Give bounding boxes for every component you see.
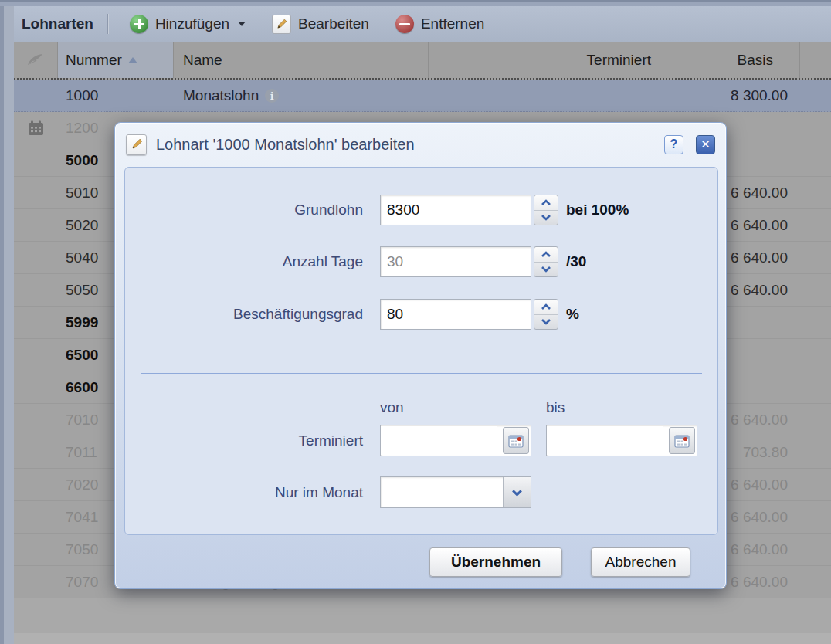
beschaeftigungsgrad-input[interactable] <box>380 299 531 330</box>
pencil-icon <box>272 15 291 34</box>
column-header-icon[interactable] <box>14 42 58 78</box>
window-top-edge <box>0 0 831 6</box>
terminiert-von-input[interactable] <box>381 426 497 455</box>
stepper-up-icon[interactable] <box>534 195 558 211</box>
column-header-name-label: Name <box>183 52 222 69</box>
stepper-up-icon[interactable] <box>534 300 558 315</box>
beschaeftigungsgrad-suffix: % <box>566 306 579 323</box>
dialog-title: Lohnart '1000 Monatslohn' bearbeiten <box>156 136 655 154</box>
toolbar-divider <box>107 14 108 34</box>
sort-asc-icon <box>128 57 137 63</box>
row-name-text: Monatslohn <box>183 87 259 104</box>
beschaeftigungsgrad-stepper[interactable] <box>534 299 558 330</box>
window-left-edge <box>0 6 14 644</box>
row-basis: 8 300.00 <box>673 87 800 104</box>
date-picker-icon[interactable] <box>503 427 529 454</box>
chevron-down-icon[interactable] <box>503 477 531 507</box>
terminiert-bis-input[interactable] <box>547 426 663 455</box>
beschaeftigungsgrad-label: Beschäftigungsgrad <box>125 306 363 323</box>
terminiert-von-field[interactable] <box>380 425 531 456</box>
apply-button[interactable]: Übernehmen <box>429 547 562 577</box>
edit-button[interactable]: Bearbeiten <box>263 10 378 39</box>
nur-im-monat-value <box>381 477 503 507</box>
stepper-down-icon[interactable] <box>534 211 558 225</box>
column-header-nummer-label: Nummer <box>66 52 122 69</box>
chevron-down-icon <box>238 22 246 26</box>
window-bottom-edge <box>14 633 831 644</box>
toolbar: Lohnarten Hinzufügen Bearbeiten Entferne… <box>14 6 831 42</box>
add-button-label: Hinzufügen <box>155 15 229 32</box>
column-header-terminiert[interactable]: Terminiert <box>429 42 673 78</box>
cancel-button[interactable]: Abbrechen <box>591 547 690 577</box>
anzahl-tage-suffix: /30 <box>566 253 586 270</box>
column-header-name[interactable]: Name <box>174 42 429 78</box>
calendar-icon <box>28 120 44 136</box>
column-header-basis-label: Basis <box>738 52 773 69</box>
anzahl-tage-row: Anzahl Tage /30 <box>125 246 717 277</box>
add-button[interactable]: Hinzufügen <box>120 10 255 38</box>
edit-button-label: Bearbeiten <box>298 15 369 32</box>
beschaeftigungsgrad-row: Beschäftigungsgrad % <box>125 299 717 330</box>
terminiert-bis-field[interactable] <box>546 425 697 456</box>
stepper-up-icon[interactable] <box>534 247 558 263</box>
column-header-terminiert-label: Terminiert <box>587 52 651 69</box>
nur-im-monat-label: Nur im Monat <box>125 484 363 501</box>
form-divider <box>141 373 702 374</box>
page-title: Lohnarten <box>17 15 100 32</box>
bis-label: bis <box>546 399 565 416</box>
anzahl-tage-stepper[interactable] <box>534 246 558 277</box>
column-header-extra <box>800 42 831 78</box>
von-label: von <box>380 399 404 416</box>
dialog-titlebar: Lohnart '1000 Monatslohn' bearbeiten ? ✕ <box>115 123 726 166</box>
grundlohn-input[interactable] <box>380 195 531 225</box>
nur-im-monat-row: Nur im Monat <box>125 476 717 508</box>
column-header-basis[interactable]: Basis <box>673 42 800 78</box>
pencil-icon <box>126 134 147 155</box>
terminiert-label: Terminiert <box>125 432 363 449</box>
grundlohn-row: Grundlohn bei 100% <box>125 195 717 225</box>
feather-icon <box>25 52 46 69</box>
table-row[interactable]: 1000 Monatslohn i 8 300.00 <box>14 80 831 112</box>
close-button[interactable]: ✕ <box>696 135 715 154</box>
row-nummer: 1000 <box>58 87 174 104</box>
edit-wage-type-dialog: Lohnart '1000 Monatslohn' bearbeiten ? ✕… <box>114 122 727 589</box>
minus-icon <box>395 15 414 33</box>
grundlohn-label: Grundlohn <box>125 202 363 219</box>
remove-button[interactable]: Entfernen <box>386 10 494 38</box>
grundlohn-suffix: bei 100% <box>566 202 629 219</box>
terminiert-row: Terminiert <box>125 425 717 456</box>
app-window: Lohnarten Hinzufügen Bearbeiten Entferne… <box>0 0 831 644</box>
table-header-row: Nummer Name Terminiert Basis <box>14 42 831 80</box>
anzahl-tage-label: Anzahl Tage <box>125 253 363 270</box>
stepper-down-icon[interactable] <box>534 263 558 277</box>
date-picker-icon[interactable] <box>669 427 695 454</box>
remove-button-label: Entfernen <box>421 15 484 32</box>
grundlohn-stepper[interactable] <box>534 195 558 225</box>
anzahl-tage-input[interactable] <box>380 246 531 277</box>
dialog-form-panel: Grundlohn bei 100% Anzahl Tage /30 <box>124 167 718 535</box>
plus-icon <box>130 15 148 33</box>
nur-im-monat-select[interactable] <box>380 476 531 508</box>
help-button[interactable]: ? <box>664 135 683 154</box>
row-flag-cell <box>14 120 58 136</box>
row-name: Monatslohn i <box>174 87 429 104</box>
column-header-nummer[interactable]: Nummer <box>58 42 174 78</box>
stepper-down-icon[interactable] <box>534 315 558 330</box>
info-icon[interactable]: i <box>265 89 279 103</box>
